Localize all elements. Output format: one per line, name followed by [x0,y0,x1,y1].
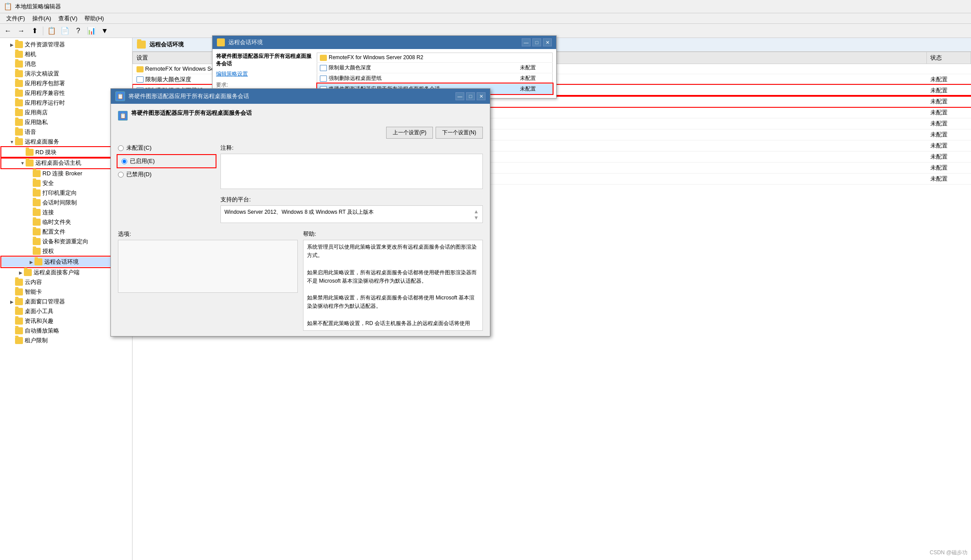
prop-right-panel: 注释: 支持的平台: Windows Server 2012、Windows 8… [220,144,483,227]
radio-input-enabled[interactable] [121,159,127,164]
tree-label: 文件资源管理器 [25,41,65,49]
policy-status-cell: 未配置 [927,173,971,184]
tree-item-file-explorer[interactable]: ▶ 文件资源管理器 [0,40,132,49]
arrow-icon: ▶ [9,299,15,304]
toolbar-filter[interactable]: ▼ [99,25,111,37]
prop-close-btn[interactable]: ✕ [477,92,486,100]
menu-view[interactable]: 查看(V) [55,14,81,23]
folder-icon [15,41,23,48]
options-label: 选项: [118,230,298,238]
radio-disabled[interactable]: 已禁用(D) [118,170,215,178]
folder-icon [15,61,23,68]
arrow-icon: ▼ [19,161,26,166]
folder-icon [15,119,23,126]
policy-status-cell: 未配置 [927,85,971,96]
toolbar-copy[interactable]: 📋 [46,25,58,37]
tree-label: 桌面窗口管理器 [25,298,65,306]
tree-item-presentation[interactable]: 演示文稿设置 [0,69,132,79]
tree-item-app-deploy[interactable]: 应用程序包部署 [0,79,132,88]
dialog-maximize-btn[interactable]: □ [532,38,541,46]
tree-label: 打印机重定向 [42,189,77,197]
tree-label: 资讯和兴趣 [25,317,53,325]
settings-name-cell: RemoteFX for Windows Server 2008 R2 [317,53,517,63]
tree-label: 应用程序兼容性 [25,89,65,97]
menu-help[interactable]: 帮助(H) [81,14,107,23]
policy-status-cell [927,64,971,74]
tree-label: 演示文稿设置 [25,70,59,78]
col-status: 状态 [927,52,971,64]
arrow-icon: ▶ [18,270,24,275]
settings-table-row[interactable]: 强制删除远程桌面壁纸未配置 [317,73,553,83]
prop-maximize-btn[interactable]: □ [466,92,475,100]
prop-minimize-btn[interactable]: — [455,92,464,100]
doc-icon [137,76,144,83]
help-text: 系统管理员可以使用此策略设置来更改所有远程桌面服务会话的图形渲染方式。如果启用此… [307,244,477,326]
options-help-section: 选项: 帮助: 系统管理员可以使用此策略设置来更改所有远程桌面服务会话的图形渲染… [118,230,483,331]
tree-label: RD 连接 Broker [42,170,82,178]
folder-icon [15,318,23,325]
tree-label: 会话时间限制 [42,199,77,207]
settings-table-row[interactable]: RemoteFX for Windows Server 2008 R2 [317,53,553,63]
dialog-minimize-btn[interactable]: — [522,38,531,46]
toolbar-up[interactable]: ⬆ [28,25,41,37]
note-textarea[interactable] [220,154,483,189]
folder-icon [33,238,41,245]
radio-enabled[interactable]: 已启用(E) [118,155,215,167]
prop-subtitle: 将硬件图形适配器应用于所有远程桌面服务会话 [131,109,252,117]
policy-status-cell: 未配置 [927,129,971,140]
folder-icon [15,51,23,58]
tree-label: 消息 [25,60,36,68]
toolbar-export[interactable]: 📊 [85,25,98,37]
support-scrollbar[interactable]: ▲▼ [474,208,479,221]
folder-icon [26,149,34,156]
watermark: CSDN @磁步功 [929,549,967,556]
tree-label: 安全 [42,179,54,187]
toolbar-forward[interactable]: → [15,25,27,37]
tree-label: 设备和资源重定向 [42,238,88,246]
toolbar-back[interactable]: ← [2,25,14,37]
property-dialog: 📋 将硬件图形适配器应用于所有远程桌面服务会话 — □ ✕ 📋 将硬件图形适配器… [110,88,490,337]
title-bar-text: 本地组策略编辑器 [15,3,61,11]
folder-icon [15,327,23,334]
next-setting-btn[interactable]: 下一个设置(N) [436,127,483,139]
folder-icon [24,269,32,276]
tree-item-tenant[interactable]: 租户限制 [0,336,132,345]
toolbar-help[interactable]: ? [72,25,84,37]
folder-icon [34,258,42,265]
tree-label: 应用程序包部署 [25,79,65,87]
options-box [118,240,298,293]
folder-icon [15,298,23,305]
support-section: 支持的平台: Windows Server 2012、Windows 8 或 W… [220,196,483,223]
tree-item-camera[interactable]: 相机 [0,49,132,59]
dialog-edit-link[interactable]: 编辑策略设置 [216,71,248,77]
folder-icon [320,55,327,61]
dialog-policy-title: 将硬件图形适配器应用于所有远程桌面服务会话 [216,53,313,68]
radio-input-unconfigured[interactable] [118,145,124,151]
prev-setting-btn[interactable]: 上一个设置(P) [386,127,433,139]
toolbar-paste[interactable]: 📄 [59,25,71,37]
tree-label: 自动播放策略 [25,327,59,335]
folder-icon [15,308,23,315]
doc-icon [320,65,327,71]
tree-label: 应用商店 [25,109,48,117]
radio-input-disabled[interactable] [118,172,124,178]
folder-icon [15,80,23,87]
menu-file[interactable]: 文件(F) [3,14,29,23]
radio-unconfigured[interactable]: 未配置(C) [118,144,215,152]
folder-icon [15,99,23,106]
settings-table-row[interactable]: 限制最大颜色深度未配置 [317,62,553,73]
menu-action[interactable]: 操作(A) [29,14,55,23]
folder-icon [15,129,23,136]
tree-label: 租户限制 [25,337,48,344]
dialog-close-btn[interactable]: ✕ [543,38,552,46]
folder-icon [33,228,41,235]
folder-icon [15,138,23,145]
prop-nav-buttons: 上一个设置(P) 下一个设置(N) [118,127,483,139]
tree-label: 应用程序运行时 [25,99,65,107]
prop-main: 未配置(C) 已启用(E) 已禁用(D) 注释: [118,144,483,227]
tree-label: 应用隐私 [25,118,48,126]
tree-item-messages[interactable]: 消息 [0,59,132,69]
tree-label: 远程会话环境 [44,258,79,266]
tree-label: 临时文件夹 [42,218,71,226]
folder-icon [15,337,23,344]
